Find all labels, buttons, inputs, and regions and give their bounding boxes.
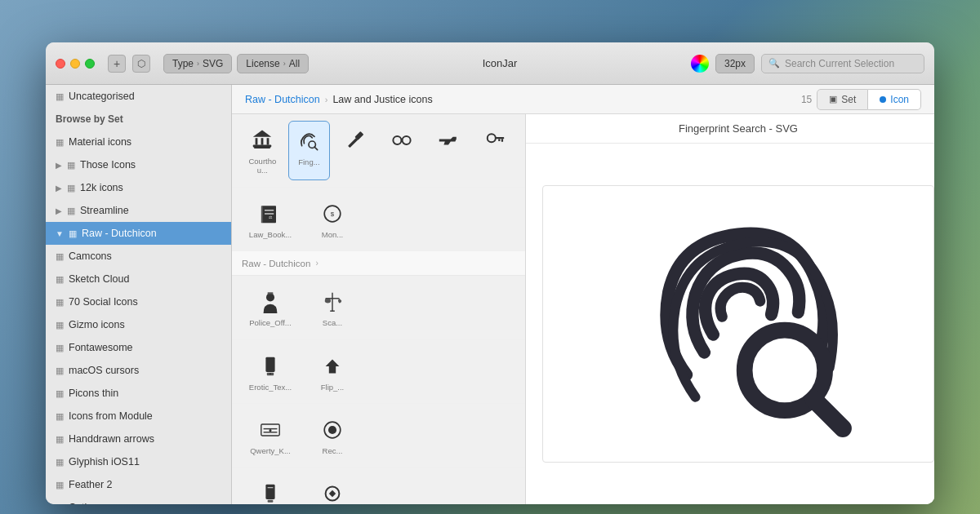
sidebar-label-streamline: Streamline: [80, 205, 129, 216]
sidebar-label-70social: 70 Social Icons: [69, 296, 138, 308]
browse-by-set-label: Browse by Set: [56, 113, 123, 125]
flip-icon: [319, 353, 345, 379]
set-label-text: Raw - Dutchicon: [242, 259, 310, 268]
grid-icon-13: ▦: [56, 388, 64, 399]
preview-area: Fingerprint Search - SVG: [526, 114, 934, 504]
icon-cell-scale[interactable]: Sca...: [304, 282, 361, 332]
svg-line-44: [813, 399, 843, 428]
fingerprint-label: Fing...: [298, 157, 319, 166]
icon-cell-rec[interactable]: Rec...: [304, 410, 361, 460]
grid-icon-9: ▦: [56, 297, 64, 308]
courthouse-icon: [249, 127, 275, 153]
sidebar-label-octicons: Octicons: [69, 502, 109, 504]
svg-point-35: [270, 430, 271, 432]
mobile-icon: [257, 481, 283, 504]
icon-row-2: ⚖ Law_Book... $: [232, 188, 525, 251]
icon-cell-key[interactable]: [474, 121, 515, 180]
sidebar-label-those: Those Icons: [80, 159, 136, 171]
window-title: IconJar: [315, 57, 684, 69]
sidebar-item-streamline[interactable]: ▶ ▦ Streamline: [46, 199, 231, 222]
icon-cell-gavel[interactable]: [335, 121, 376, 180]
erotic-label: Erotic_Tex...: [249, 383, 292, 392]
icon-cell-gun[interactable]: [428, 121, 470, 180]
sidebar-item-camcons[interactable]: ▦ Camcons: [46, 245, 231, 268]
grid-icon-12: ▦: [56, 366, 64, 376]
law-book-label: Law_Book...: [249, 230, 292, 239]
sidebar-item-octicons[interactable]: ▦ Octicons: [46, 496, 231, 504]
icon-cell-money[interactable]: $ Mon...: [304, 194, 361, 244]
sidebar-item-picons-thin[interactable]: ▦ Picons thin: [46, 382, 231, 405]
breadcrumb-separator: ›: [325, 95, 328, 104]
sidebar-item-12k[interactable]: ▶ ▦ 12k icons: [46, 176, 231, 199]
icon-cell-extra2[interactable]: [304, 474, 361, 504]
grid-icon-11: ▦: [56, 343, 64, 353]
sidebar-item-raw-dutchicon[interactable]: ▼ ▦ Raw - Dutchicon: [46, 222, 231, 245]
icon-cell-handcuffs[interactable]: [381, 121, 423, 180]
search-bar[interactable]: 🔍 Search Current Selection: [761, 54, 924, 73]
svg-point-10: [394, 136, 402, 144]
type-label: Type: [172, 58, 194, 69]
breadcrumb-current: Law and Justice icons: [332, 94, 796, 105]
sidebar-item-material[interactable]: ▦ Material icons: [46, 131, 231, 153]
content-area: Raw - Dutchicon › Law and Justice icons …: [232, 85, 934, 504]
scale-icon: [319, 289, 345, 315]
sidebar-item-macos-cursors[interactable]: ▦ macOS cursors: [46, 359, 231, 382]
svg-rect-14: [495, 137, 504, 139]
icon-row-5: Qwerty_K... Rec...: [232, 404, 525, 467]
icon-cell-courthouse[interactable]: Courthou...: [242, 121, 283, 180]
sidebar-item-gizmo[interactable]: ▦ Gizmo icons: [46, 313, 231, 336]
icon-cell-extra1[interactable]: [242, 474, 299, 504]
breadcrumb-bar: Raw - Dutchicon › Law and Justice icons …: [232, 85, 934, 114]
minimize-button[interactable]: [70, 59, 80, 69]
set-tab-label: Set: [841, 94, 856, 105]
svg-rect-17: [262, 206, 276, 223]
icon-cell-qwerty[interactable]: Qwerty_K...: [242, 410, 299, 460]
set-tab[interactable]: ▣ Set: [817, 89, 868, 110]
maximize-button[interactable]: [85, 59, 95, 69]
search-icon: 🔍: [768, 58, 780, 69]
courthouse-label: Courthou...: [245, 157, 280, 175]
sidebar-item-sketch-cloud[interactable]: ▦ Sketch Cloud: [46, 268, 231, 290]
license-filter-pill[interactable]: License › All: [237, 54, 309, 73]
nav-button[interactable]: ⬡: [132, 55, 150, 73]
grid-icon-4: ▦: [67, 183, 75, 193]
sidebar-item-fontawesome[interactable]: ▦ Fontawesome: [46, 336, 231, 359]
sidebar-item-feather2[interactable]: ▦ Feather 2: [46, 473, 231, 496]
chevron-right-icon: ›: [197, 60, 199, 68]
sidebar-label-glyphish: Glyphish iOS11: [69, 456, 140, 467]
svg-point-11: [403, 136, 411, 144]
sidebar-label-uncategorised: Uncategorised: [69, 91, 135, 102]
set-label-raw: Raw - Dutchicon ›: [232, 251, 525, 276]
view-tabs: ▣ Set Icon: [817, 89, 921, 110]
icon-tab[interactable]: Icon: [868, 89, 921, 110]
sidebar-item-uncategorised[interactable]: ▦ Uncategorised: [46, 85, 231, 108]
preview-canvas-inner: [542, 185, 934, 463]
svg-rect-9: [348, 138, 358, 148]
size-value: 32px: [724, 58, 746, 69]
icons-area: Courthou...: [232, 114, 934, 504]
sidebar-label-sketch: Sketch Cloud: [69, 273, 129, 285]
sidebar-item-those-icons[interactable]: ▶ ▦ Those Icons: [46, 153, 231, 176]
svg-rect-16: [498, 139, 500, 141]
close-button[interactable]: [56, 59, 65, 69]
sidebar-label-camcons: Camcons: [69, 250, 112, 262]
sidebar-item-handdrawn[interactable]: ▦ Handdrawn arrows: [46, 428, 231, 450]
add-button[interactable]: +: [108, 55, 126, 73]
sidebar-item-icons-module[interactable]: ▦ Icons from Module: [46, 405, 231, 428]
color-wheel-button[interactable]: [691, 55, 709, 73]
breadcrumb-parent[interactable]: Raw - Dutchicon: [245, 94, 320, 105]
svg-rect-18: [261, 206, 263, 223]
icon-cell-law-book[interactable]: ⚖ Law_Book...: [242, 194, 299, 244]
icon-row-1: Courthou...: [232, 114, 525, 188]
icon-cell-fingerprint[interactable]: Fing...: [288, 121, 330, 180]
sidebar-item-70social[interactable]: ▦ 70 Social Icons: [46, 290, 231, 313]
icon-cell-flip[interactable]: Flip_...: [304, 347, 361, 397]
traffic-lights: [56, 59, 95, 69]
icon-cell-police[interactable]: Police_Off...: [242, 282, 299, 332]
type-filter-pill[interactable]: Type › SVG: [163, 54, 232, 73]
size-pill[interactable]: 32px: [715, 54, 755, 73]
icon-cell-erotic-tex[interactable]: Erotic_Tex...: [242, 347, 299, 397]
sidebar-browse-by-set[interactable]: Browse by Set: [46, 108, 231, 131]
money-icon: $: [319, 201, 345, 227]
sidebar-item-glyphish[interactable]: ▦ Glyphish iOS11: [46, 450, 231, 473]
